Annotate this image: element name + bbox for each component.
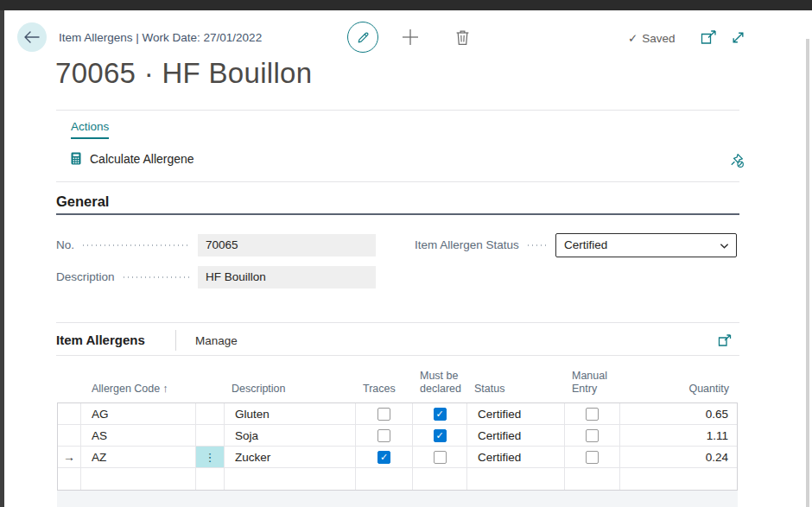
back-button[interactable] bbox=[17, 22, 47, 52]
column-header-traces[interactable]: Traces bbox=[356, 383, 413, 402]
expand-diagonal-icon bbox=[731, 30, 745, 45]
traces-checkbox-cell bbox=[356, 403, 413, 425]
divider bbox=[56, 322, 739, 323]
quantity-cell[interactable] bbox=[620, 468, 737, 490]
table-row-empty[interactable] bbox=[58, 468, 737, 490]
divider-vertical bbox=[175, 330, 176, 351]
trash-icon bbox=[455, 29, 470, 46]
manage-menu-button[interactable]: Manage bbox=[195, 334, 238, 347]
calculator-icon bbox=[69, 151, 83, 166]
calculate-allergene-label: Calculate Allergene bbox=[90, 152, 194, 166]
allergen-table-header: Allergen Code↑ Description Traces Must b… bbox=[57, 356, 738, 402]
status-cell[interactable]: Certified bbox=[467, 447, 565, 468]
must-be-declared-checkbox-cell: ✓ bbox=[413, 403, 467, 425]
allergen-table-body: AGGluten✓Certified0.65ASSoja✓Certified1.… bbox=[57, 402, 738, 491]
field-label-item-allergen-status: Item Allergen Status bbox=[415, 238, 519, 251]
manual-entry-checkbox-cell bbox=[565, 425, 620, 447]
field-label-no: No. bbox=[56, 238, 74, 251]
sort-ascending-icon: ↑ bbox=[162, 383, 168, 395]
vertical-scrollbar[interactable] bbox=[806, 39, 809, 507]
no-field[interactable]: 70065 bbox=[198, 234, 376, 257]
quantity-cell[interactable]: 0.24 bbox=[620, 447, 737, 468]
tab-actions[interactable]: Actions bbox=[71, 120, 109, 139]
section-title-general: General bbox=[56, 193, 109, 210]
open-in-new-window-button[interactable] bbox=[698, 29, 719, 46]
check-icon: ✓ bbox=[628, 31, 638, 45]
column-header-allergen-code[interactable]: Allergen Code↑ bbox=[81, 383, 196, 402]
column-header-quantity[interactable]: Quantity bbox=[620, 383, 738, 402]
delete-button[interactable] bbox=[451, 26, 473, 48]
row-options-cell bbox=[196, 468, 225, 490]
traces-checkbox[interactable] bbox=[377, 429, 390, 442]
must-be-declared-checkbox[interactable]: ✓ bbox=[434, 429, 447, 442]
window-left-edge bbox=[0, 10, 4, 507]
edit-button[interactable] bbox=[347, 22, 378, 53]
description-field[interactable]: HF Bouillon bbox=[198, 266, 376, 288]
back-arrow-icon bbox=[23, 31, 41, 43]
description-cell[interactable] bbox=[225, 468, 356, 490]
check-icon: ✓ bbox=[435, 431, 443, 440]
quantity-cell[interactable]: 1.11 bbox=[620, 425, 737, 447]
column-header-selector bbox=[57, 396, 81, 402]
expand-button[interactable] bbox=[728, 29, 747, 46]
section-rule bbox=[56, 213, 739, 215]
section-title-item-allergens: Item Allergens bbox=[56, 333, 145, 347]
description-cell[interactable]: Soja bbox=[225, 425, 356, 447]
status-cell[interactable]: Certified bbox=[467, 425, 565, 447]
row-selector-cell[interactable]: → bbox=[58, 447, 81, 468]
row-selector-cell[interactable] bbox=[58, 425, 81, 447]
window-top-edge bbox=[0, 0, 812, 10]
row-options-icon[interactable]: ⋮ bbox=[205, 451, 216, 464]
allergen-code-cell[interactable]: AS bbox=[81, 425, 196, 447]
divider bbox=[56, 181, 739, 182]
manual-entry-checkbox[interactable] bbox=[586, 408, 599, 421]
row-selector-cell[interactable] bbox=[58, 403, 81, 425]
column-header-must-be-declared[interactable]: Must be declared bbox=[413, 370, 467, 402]
traces-checkbox[interactable] bbox=[377, 408, 390, 421]
dotted-leader bbox=[526, 244, 547, 246]
save-status-label: Saved bbox=[642, 32, 675, 45]
allergen-code-cell[interactable]: AG bbox=[81, 403, 196, 425]
must-be-declared-checkbox[interactable]: ✓ bbox=[434, 408, 447, 421]
focus-mode-button[interactable] bbox=[716, 333, 733, 348]
check-icon: ✓ bbox=[435, 409, 443, 419]
item-allergen-status-select[interactable]: Certified bbox=[555, 233, 737, 257]
table-row[interactable]: →AZ⋮Zucker✓Certified0.24 bbox=[58, 447, 737, 468]
column-header-status[interactable]: Status bbox=[467, 383, 565, 402]
traces-checkbox-cell bbox=[356, 425, 413, 447]
row-options-cell bbox=[196, 403, 225, 425]
row-options-cell[interactable]: ⋮ bbox=[196, 447, 225, 468]
plus-icon bbox=[401, 28, 420, 47]
unpin-icon[interactable] bbox=[726, 150, 745, 169]
field-label-description: Description bbox=[56, 270, 115, 283]
table-row[interactable]: ASSoja✓Certified1.11 bbox=[58, 425, 737, 447]
description-cell[interactable]: Gluten bbox=[225, 403, 356, 425]
manual-entry-checkbox[interactable] bbox=[586, 451, 599, 464]
open-in-new-window-icon bbox=[701, 30, 717, 45]
status-cell[interactable]: Certified bbox=[467, 403, 565, 425]
allergen-code-cell[interactable]: AZ bbox=[81, 447, 196, 468]
column-header-description[interactable]: Description bbox=[225, 383, 356, 402]
breadcrumb: Item Allergens | Work Date: 27/01/2022 bbox=[59, 31, 262, 44]
manual-entry-checkbox[interactable] bbox=[586, 429, 599, 442]
manual-entry-cell bbox=[565, 468, 620, 490]
current-row-arrow-icon: → bbox=[63, 450, 75, 464]
dotted-leader bbox=[81, 244, 189, 246]
quantity-cell[interactable]: 0.65 bbox=[620, 403, 737, 425]
pencil-icon bbox=[356, 30, 371, 45]
row-options-cell bbox=[196, 425, 225, 447]
traces-checkbox[interactable]: ✓ bbox=[377, 451, 390, 464]
allergen-code-cell[interactable] bbox=[81, 468, 196, 490]
manual-entry-checkbox-cell bbox=[565, 447, 620, 468]
calculate-allergene-button[interactable]: Calculate Allergene bbox=[69, 151, 194, 166]
description-cell[interactable]: Zucker bbox=[225, 447, 356, 468]
status-cell[interactable] bbox=[467, 468, 565, 490]
focus-mode-icon bbox=[718, 334, 732, 347]
new-button[interactable] bbox=[398, 27, 422, 48]
must-be-declared-checkbox[interactable] bbox=[434, 451, 447, 464]
chevron-down-icon bbox=[720, 243, 729, 250]
must-be-declared-checkbox-cell bbox=[413, 447, 467, 468]
row-selector-cell[interactable] bbox=[58, 468, 81, 490]
column-header-manual-entry[interactable]: Manual Entry bbox=[565, 370, 620, 402]
table-row[interactable]: AGGluten✓Certified0.65 bbox=[58, 403, 737, 425]
